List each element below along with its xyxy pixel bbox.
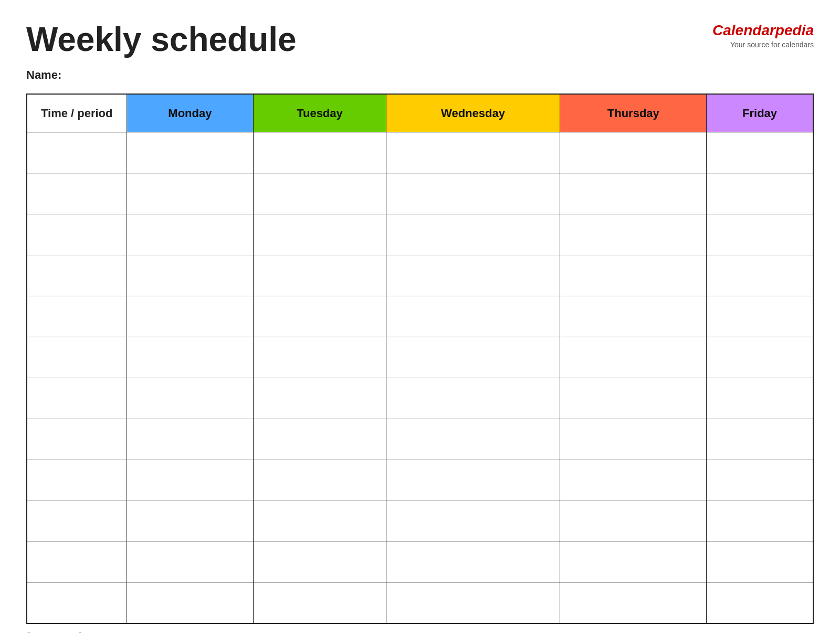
table-cell[interactable] xyxy=(254,296,386,337)
table-cell[interactable] xyxy=(27,378,127,419)
table-cell[interactable] xyxy=(127,132,254,173)
table-cell[interactable] xyxy=(386,501,560,542)
table-cell[interactable] xyxy=(707,132,813,173)
table-cell[interactable] xyxy=(560,378,707,419)
table-cell[interactable] xyxy=(254,214,386,255)
schedule-table: Time / period Monday Tuesday Wednesday T… xyxy=(26,94,814,624)
table-cell[interactable] xyxy=(27,337,127,378)
table-cell[interactable] xyxy=(560,460,707,501)
table-cell[interactable] xyxy=(27,542,127,583)
logo-italic: pedia xyxy=(775,22,814,38)
table-cell[interactable] xyxy=(127,501,254,542)
table-cell[interactable] xyxy=(254,583,386,624)
table-cell[interactable] xyxy=(127,337,254,378)
table-cell[interactable] xyxy=(707,460,813,501)
table-cell[interactable] xyxy=(707,337,813,378)
table-cell[interactable] xyxy=(127,214,254,255)
table-cell[interactable] xyxy=(27,173,127,214)
table-cell[interactable] xyxy=(254,378,386,419)
table-cell[interactable] xyxy=(27,296,127,337)
table-row xyxy=(27,419,813,460)
table-cell[interactable] xyxy=(254,542,386,583)
table-cell[interactable] xyxy=(127,460,254,501)
table-row xyxy=(27,255,813,296)
table-cell[interactable] xyxy=(560,132,707,173)
table-cell[interactable] xyxy=(254,501,386,542)
table-cell[interactable] xyxy=(27,214,127,255)
table-cell[interactable] xyxy=(707,173,813,214)
table-cell[interactable] xyxy=(386,337,560,378)
header-row: Time / period Monday Tuesday Wednesday T… xyxy=(27,94,813,132)
table-cell[interactable] xyxy=(560,419,707,460)
table-cell[interactable] xyxy=(127,255,254,296)
table-row xyxy=(27,132,813,173)
table-cell[interactable] xyxy=(707,542,813,583)
col-header-friday: Friday xyxy=(707,94,813,132)
table-row xyxy=(27,460,813,501)
table-cell[interactable] xyxy=(560,337,707,378)
table-cell[interactable] xyxy=(707,378,813,419)
col-header-wednesday: Wednesday xyxy=(386,94,560,132)
table-cell[interactable] xyxy=(560,173,707,214)
table-cell[interactable] xyxy=(386,460,560,501)
table-cell[interactable] xyxy=(707,419,813,460)
table-cell[interactable] xyxy=(254,132,386,173)
table-cell[interactable] xyxy=(27,132,127,173)
table-cell[interactable] xyxy=(254,337,386,378)
table-cell[interactable] xyxy=(127,542,254,583)
table-cell[interactable] xyxy=(254,173,386,214)
table-cell[interactable] xyxy=(707,296,813,337)
logo-text: Calendarpedia xyxy=(712,21,814,40)
logo-sub: Your source for calendars xyxy=(712,40,814,49)
table-cell[interactable] xyxy=(707,214,813,255)
table-cell[interactable] xyxy=(127,419,254,460)
table-cell[interactable] xyxy=(27,583,127,624)
table-cell[interactable] xyxy=(254,460,386,501)
table-cell[interactable] xyxy=(386,419,560,460)
table-cell[interactable] xyxy=(386,173,560,214)
table-cell[interactable] xyxy=(386,583,560,624)
table-cell[interactable] xyxy=(386,296,560,337)
table-row xyxy=(27,501,813,542)
logo-main: Calendar xyxy=(712,22,775,38)
table-row xyxy=(27,378,813,419)
table-cell[interactable] xyxy=(27,419,127,460)
col-header-time: Time / period xyxy=(27,94,127,132)
col-header-tuesday: Tuesday xyxy=(254,94,386,132)
table-cell[interactable] xyxy=(707,255,813,296)
table-cell[interactable] xyxy=(27,460,127,501)
table-cell[interactable] xyxy=(127,296,254,337)
table-cell[interactable] xyxy=(707,583,813,624)
table-cell[interactable] xyxy=(560,583,707,624)
table-cell[interactable] xyxy=(560,501,707,542)
table-cell[interactable] xyxy=(127,173,254,214)
table-cell[interactable] xyxy=(386,132,560,173)
table-row xyxy=(27,296,813,337)
table-cell[interactable] xyxy=(386,214,560,255)
logo-area: Calendarpedia Your source for calendars xyxy=(712,21,814,50)
table-cell[interactable] xyxy=(386,255,560,296)
table-cell[interactable] xyxy=(27,255,127,296)
header-area: Weekly schedule Calendarpedia Your sourc… xyxy=(26,21,814,58)
table-cell[interactable] xyxy=(27,501,127,542)
table-cell[interactable] xyxy=(560,296,707,337)
table-cell[interactable] xyxy=(127,378,254,419)
table-cell[interactable] xyxy=(386,378,560,419)
table-cell[interactable] xyxy=(560,542,707,583)
table-cell[interactable] xyxy=(560,214,707,255)
table-row xyxy=(27,173,813,214)
table-cell[interactable] xyxy=(127,583,254,624)
table-cell[interactable] xyxy=(560,255,707,296)
col-header-thursday: Thursday xyxy=(560,94,707,132)
table-cell[interactable] xyxy=(386,542,560,583)
col-header-monday: Monday xyxy=(127,94,254,132)
table-row xyxy=(27,542,813,583)
table-cell[interactable] xyxy=(707,501,813,542)
name-label: Name: xyxy=(26,68,814,82)
table-row xyxy=(27,583,813,624)
table-cell[interactable] xyxy=(254,419,386,460)
table-row xyxy=(27,337,813,378)
page-title: Weekly schedule xyxy=(26,21,297,58)
table-cell[interactable] xyxy=(254,255,386,296)
table-row xyxy=(27,214,813,255)
